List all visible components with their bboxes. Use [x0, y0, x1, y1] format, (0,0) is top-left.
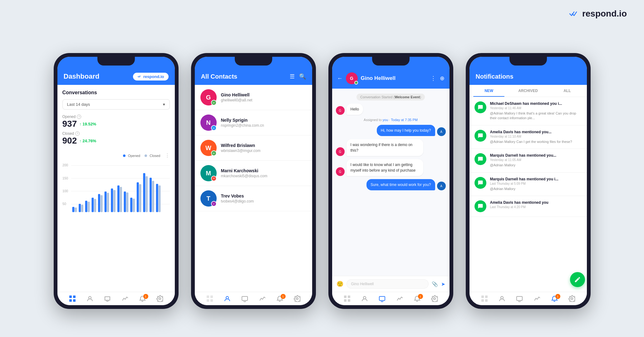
notification-title: Amelia Davis has mentioned you...: [490, 130, 582, 134]
svg-rect-39: [73, 299, 76, 302]
svg-rect-10: [79, 204, 81, 212]
nav-chat[interactable]: [241, 295, 248, 302]
nav-dashboard[interactable]: [69, 295, 76, 302]
nav-settings[interactable]: [294, 295, 301, 302]
send-icon[interactable]: ➤: [441, 281, 445, 287]
contact-item[interactable]: M ✉ Marni Karchowski mkarchowski5@disqus…: [195, 161, 312, 186]
closed-stat: Closed ? 902 ↑ 24.76%: [62, 131, 170, 146]
header-badge[interactable]: respond.io: [133, 73, 168, 81]
nav-notifications[interactable]: 1: [139, 295, 146, 302]
notification-body: Marquis Darnell has mentioned you i... L…: [490, 177, 582, 191]
nav-analytics[interactable]: [259, 295, 266, 302]
nav-settings[interactable]: [431, 295, 438, 302]
nav-analytics[interactable]: [396, 295, 403, 302]
nav-dashboard[interactable]: [206, 295, 213, 302]
contact-item[interactable]: W W Wilfred Brislawn wbrislawn3@imgur.co…: [195, 135, 312, 161]
back-icon[interactable]: ←: [337, 75, 343, 82]
contact-info: Trev Vobes tvobes4@diigo.com: [221, 193, 307, 203]
svg-rect-33: [152, 181, 154, 212]
notification-item[interactable]: Amelia Davis has mentioned you Last Thur…: [469, 196, 587, 217]
contacts-content: G W Gino Helliwell ghelliwell0@a8.net N …: [195, 85, 312, 292]
nav-notifications[interactable]: 1: [414, 295, 420, 302]
nav-dashboard[interactable]: [481, 295, 488, 302]
contact-item[interactable]: T V Trev Vobes tvobes4@diigo.com: [195, 186, 312, 211]
search-icon[interactable]: 🔍: [299, 73, 306, 80]
nav-chat[interactable]: [516, 295, 523, 302]
notch-1: [97, 57, 135, 66]
emoji-icon[interactable]: 🙂: [337, 281, 343, 287]
date-range-select[interactable]: Last 14 days ▾: [62, 99, 170, 110]
contact-info: Marni Karchowski mkarchowski5@disqus.com: [221, 168, 307, 178]
nav-notifications-active[interactable]: 1: [551, 295, 558, 302]
tab-archived[interactable]: ARCHIVED: [509, 85, 548, 97]
nav-chat[interactable]: [104, 295, 111, 302]
notification-icon: [474, 130, 486, 142]
nav-contacts[interactable]: [499, 295, 505, 302]
nav-notifications[interactable]: 1: [276, 295, 283, 302]
chart-more-icon[interactable]: ⋮: [165, 153, 170, 159]
user-avatar-small: G: [336, 167, 345, 176]
opened-change: ↑ 19.52%: [79, 122, 96, 126]
fab-compose-button[interactable]: [570, 272, 585, 287]
contact-name: Gino Helliwell: [221, 92, 307, 97]
nav-contacts[interactable]: [86, 295, 93, 302]
contact-list: G W Gino Helliwell ghelliwell0@a8.net N …: [195, 85, 312, 292]
filter-icon[interactable]: ☰: [290, 73, 295, 80]
platform-badge: W: [211, 150, 217, 156]
contact-email: wbrislawn3@imgur.com: [221, 149, 307, 153]
more-icon[interactable]: ⋮: [430, 75, 436, 82]
svg-point-60: [501, 296, 503, 299]
welcome-event: Welcome Event: [395, 95, 420, 99]
svg-rect-14: [91, 198, 94, 212]
chat-contact-name: Gino Helliwell: [361, 75, 427, 81]
dashboard-title: Dashboard: [64, 72, 100, 81]
notification-body: Amelia Davis has mentioned you... Yester…: [490, 130, 582, 144]
legend-closed-text: Closed: [150, 154, 160, 158]
nav-dashboard[interactable]: [344, 295, 351, 302]
chevron-down-icon: ▾: [163, 102, 165, 107]
contact-email: mkarchowski5@disqus.com: [221, 174, 307, 178]
contact-item[interactable]: G W Gino Helliwell ghelliwell0@a8.net: [195, 85, 312, 110]
nav-analytics[interactable]: [533, 295, 540, 302]
nav-contacts[interactable]: [361, 295, 368, 302]
nav-analytics[interactable]: [121, 295, 128, 302]
svg-rect-22: [117, 185, 119, 212]
notification-item[interactable]: Marquis Darnell has mentioned you... Yes…: [469, 149, 587, 172]
notification-badge: 1: [143, 294, 148, 299]
nav-settings[interactable]: [568, 295, 575, 302]
svg-rect-29: [139, 184, 141, 212]
contact-info: Gino Helliwell ghelliwell0@a8.net: [221, 92, 307, 102]
contact-name: Marni Karchowski: [221, 168, 307, 173]
tab-all[interactable]: ALL: [548, 85, 587, 97]
contact-name: Nelly Sprigin: [221, 118, 307, 123]
opened-stat: Opened ? 937 ↑ 19.52%: [62, 115, 170, 129]
chat-input-bar: 🙂 Gino Helliwell 📎 ➤: [332, 276, 450, 292]
contact-name: Trev Vobes: [221, 193, 307, 198]
user-avatar-small: G: [336, 147, 345, 156]
notification-body: Michael DeShawn has mentioned you i... Y…: [490, 101, 582, 121]
notification-title: Marquis Darnell has mentioned you...: [490, 153, 582, 158]
tab-new[interactable]: NEW: [469, 85, 509, 97]
notification-item[interactable]: Marquis Darnell has mentioned you i... L…: [469, 173, 587, 196]
svg-rect-20: [111, 188, 113, 212]
chat-placeholder: Gino Helliwell: [351, 282, 374, 286]
legend-closed-dot: [145, 154, 147, 157]
chat-input-field[interactable]: Gino Helliwell: [347, 279, 429, 289]
attachment-icon[interactable]: 📎: [432, 281, 438, 287]
svg-rect-24: [124, 192, 126, 212]
notification-time: Last Thursday at 4:20 PM: [490, 205, 582, 209]
nav-contacts[interactable]: [224, 295, 231, 302]
contact-item[interactable]: N m Nelly Sprigin nspringin2@china.com.c…: [195, 110, 312, 135]
message-bubble: I would like to know what I am getting m…: [347, 159, 423, 176]
help-icon[interactable]: ⊕: [440, 75, 445, 82]
svg-rect-19: [107, 193, 109, 212]
svg-rect-17: [100, 195, 102, 212]
nav-settings[interactable]: [156, 295, 163, 302]
platform-badge: V: [211, 201, 217, 207]
notification-title: Michael DeShawn has mentioned you i...: [490, 101, 582, 106]
assigned-time: Today at 7:35 PM: [391, 118, 418, 122]
svg-rect-52: [348, 299, 350, 302]
notification-item[interactable]: Michael DeShawn has mentioned you i... Y…: [469, 97, 587, 125]
nav-chat[interactable]: [379, 295, 386, 302]
notification-item[interactable]: Amelia Davis has mentioned you... Yester…: [469, 125, 587, 149]
